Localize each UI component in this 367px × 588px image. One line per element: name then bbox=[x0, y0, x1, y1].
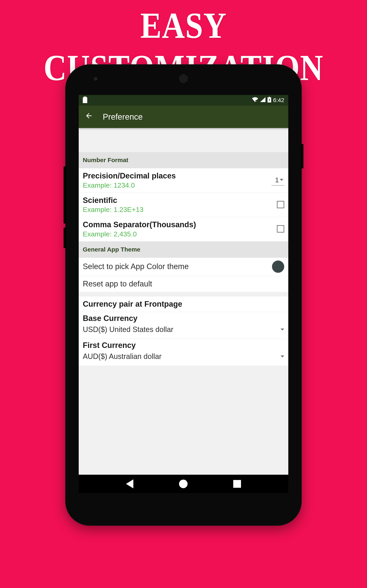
phone-speaker bbox=[179, 74, 188, 83]
row-comma-separator[interactable]: Comma Separator(Thousands) Example: 2,43… bbox=[79, 217, 288, 242]
precision-example: Example: 1234.0 bbox=[83, 181, 272, 189]
precision-dropdown[interactable]: 1 bbox=[272, 175, 284, 186]
screen: x 6:42 Preference Number Format bbox=[79, 95, 288, 493]
phone-frame: x 6:42 Preference Number Format bbox=[65, 64, 302, 526]
back-arrow-icon[interactable] bbox=[85, 112, 93, 122]
comma-title: Comma Separator(Thousands) bbox=[83, 220, 277, 230]
row-precision[interactable]: Precision/Decimal places Example: 1234.0… bbox=[79, 168, 288, 193]
row-currency-pair-title: Currency pair at Frontpage bbox=[79, 296, 288, 312]
first-currency-value: AUD($) Australian dollar bbox=[83, 352, 161, 361]
row-reset-default[interactable]: Reset app to default bbox=[79, 276, 288, 292]
nav-bar bbox=[79, 475, 288, 493]
nav-recent-button[interactable] bbox=[233, 480, 241, 488]
row-base-currency[interactable]: Base Currency USD($) United States dolla… bbox=[79, 312, 288, 339]
chevron-down-icon bbox=[281, 329, 284, 330]
scientific-title: Scientific bbox=[83, 196, 277, 205]
status-bar: x 6:42 bbox=[79, 95, 288, 105]
comma-checkbox[interactable] bbox=[277, 225, 284, 233]
first-currency-select[interactable]: AUD($) Australian dollar bbox=[83, 351, 284, 362]
square-recent-icon bbox=[233, 480, 241, 488]
wifi-icon: x bbox=[252, 97, 258, 104]
page-title: Preference bbox=[103, 112, 143, 121]
comma-example: Example: 2,435.0 bbox=[83, 230, 277, 238]
precision-value: 1 bbox=[275, 176, 279, 184]
nav-back-button[interactable] bbox=[126, 479, 133, 488]
svg-rect-2 bbox=[269, 97, 270, 97]
battery-icon bbox=[267, 97, 271, 104]
precision-title: Precision/Decimal places bbox=[83, 171, 272, 181]
phone-camera bbox=[94, 77, 98, 81]
row-color-theme[interactable]: Select to pick App Color theme bbox=[79, 258, 288, 276]
top-spacer bbox=[79, 128, 288, 152]
base-currency-select[interactable]: USD($) United States dollar bbox=[83, 324, 284, 335]
section-general-theme: General App Theme bbox=[79, 242, 288, 258]
content-area: Number Format Precision/Decimal places E… bbox=[79, 128, 288, 475]
circle-home-icon bbox=[179, 480, 188, 488]
sd-card-icon bbox=[83, 97, 87, 103]
nav-home-button[interactable] bbox=[179, 480, 188, 488]
reset-label: Reset app to default bbox=[83, 279, 152, 289]
chevron-down-icon bbox=[280, 179, 284, 181]
svg-text:x: x bbox=[256, 100, 257, 102]
volume-button bbox=[64, 166, 66, 224]
first-currency-label: First Currency bbox=[83, 341, 284, 350]
scientific-example: Example: 1.23E+13 bbox=[83, 206, 277, 214]
volume-button-2 bbox=[64, 228, 66, 248]
row-first-currency[interactable]: First Currency AUD($) Australian dollar bbox=[79, 339, 288, 366]
section-number-format: Number Format bbox=[79, 152, 288, 168]
app-bar: Preference bbox=[79, 105, 288, 128]
chevron-down-icon bbox=[281, 355, 284, 357]
base-currency-label: Base Currency bbox=[83, 314, 284, 323]
row-scientific[interactable]: Scientific Example: 1.23E+13 bbox=[79, 193, 288, 217]
scientific-checkbox[interactable] bbox=[277, 201, 284, 208]
color-theme-label: Select to pick App Color theme bbox=[83, 262, 189, 272]
status-time: 6:42 bbox=[273, 97, 284, 104]
signal-icon bbox=[260, 97, 266, 104]
power-button bbox=[301, 144, 303, 168]
color-swatch-icon[interactable] bbox=[272, 260, 284, 273]
currency-pair-title: Currency pair at Frontpage bbox=[83, 300, 284, 309]
triangle-back-icon bbox=[126, 479, 133, 488]
base-currency-value: USD($) United States dollar bbox=[83, 325, 173, 334]
